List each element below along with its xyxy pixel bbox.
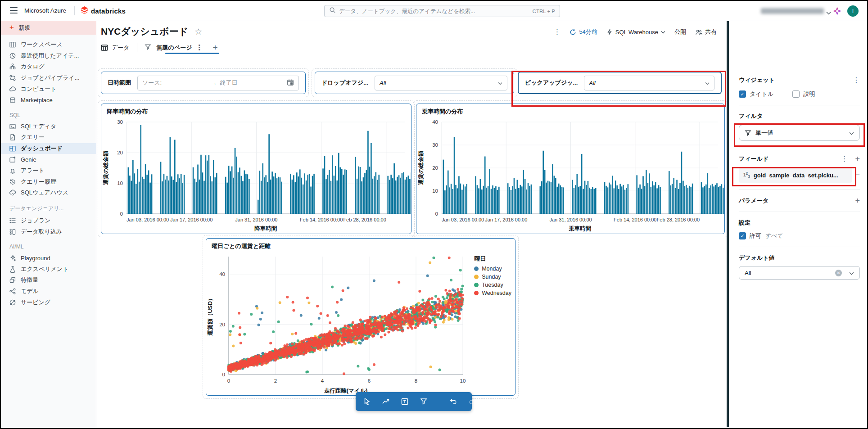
tab-data[interactable]: データ [101,44,130,52]
svg-text:Jan 17, 2016 00:00: Jan 17, 2016 00:00 [170,217,212,222]
hamburger-menu-icon[interactable] [10,7,18,14]
legend-item[interactable]: Monday [474,266,511,272]
tab-untitled-page[interactable]: 無題のページ ⋮ [157,44,203,52]
sidebar-item-workspace[interactable]: ワークスペース [1,39,96,50]
sidebar-item-playground[interactable]: Playground [1,253,96,264]
svg-text:40: 40 [432,119,438,125]
query-history-icon [9,178,16,185]
sidebar-item-label: ワークスペース [21,41,63,49]
svg-text:0: 0 [120,211,123,217]
favorite-star-icon[interactable]: ☆ [194,27,202,37]
search-input[interactable] [339,8,529,14]
chart-card-dropoff-distribution[interactable]: 降車時間の分布 Jan 03, 2016 00:00Jan 17, 2016 0… [101,104,411,234]
chart-card-fare-distance-scatter[interactable]: 曜日ごとの運賃と距離 024681002040運賃額（USD）走行距離(マイル)… [206,238,515,396]
title-checkbox[interactable]: ✓ [739,90,746,98]
people-icon [695,29,702,36]
date-range-input[interactable]: ソース: → 終了日 [137,76,299,90]
title-checkbox-label[interactable]: タイトル [750,90,773,98]
legend-item[interactable]: Sunday [474,274,511,280]
assistant-sparkle-icon[interactable] [833,7,841,17]
dropoff-select[interactable]: All [375,76,507,90]
job-runs-icon [9,217,16,224]
workspace-name-redacted[interactable] [761,8,824,14]
sidebar-item-genie[interactable]: Genie [1,154,96,165]
calendar-icon[interactable] [287,79,294,87]
default-value-select[interactable]: All ✕ [739,266,860,280]
sidebar-item-label: エクスペリメント [21,265,68,273]
chart-title: 乗車時間の分布 [416,104,724,116]
sidebar-section-header: データエンジニアリ... [1,199,96,215]
warehouse-selector[interactable]: SQL Warehouse [606,29,665,36]
pickup-select[interactable]: All [584,76,714,90]
add-page-button[interactable]: + [213,43,218,53]
allow-checkbox[interactable]: ✓ [739,232,746,239]
fields-kebab-icon[interactable]: ⋮ [841,155,848,163]
svg-text:運賃額（USD）: 運賃額（USD） [207,296,213,336]
sidebar-item-label: クエリー履歴 [21,178,56,186]
add-parameter-button[interactable]: + [855,197,860,205]
sidebar-item-sql-editor[interactable]: SQLエディタ [1,121,96,132]
sidebar: + 新規 ワークスペース最近使用したアイテ...カタログジョブとパイプライ...… [1,21,96,427]
svg-text:20: 20 [219,322,225,327]
sidebar-item-models[interactable]: モデル [1,286,96,297]
dashboard-kebab-icon[interactable]: ⋮ [553,28,561,36]
sidebar-item-catalog[interactable]: カタログ [1,61,96,72]
field-item[interactable]: 123 gold_sample_data_set.picku... [739,167,852,183]
sidebar-item-label: データ取り込み [21,228,62,236]
bolt-icon [606,29,613,35]
databricks-logo[interactable]: databricks [80,6,126,16]
sidebar-item-query-history[interactable]: クエリー履歴 [1,176,96,188]
clear-value-icon[interactable]: ✕ [835,270,842,276]
filter-widget-icon[interactable] [420,397,428,406]
sidebar-item-alerts[interactable]: アラート [1,165,96,176]
sidebar-item-compute[interactable]: コンピュート [1,83,96,95]
description-checkbox-label[interactable]: 説明 [803,90,815,98]
line-chart-icon[interactable] [382,397,390,406]
remove-field-button[interactable]: − [855,171,860,180]
user-avatar[interactable]: I [847,5,859,17]
filter-type-select[interactable]: 単一値 [739,125,860,141]
description-checkbox[interactable]: ✓ [792,90,800,98]
share-button[interactable]: 共有 [695,28,717,36]
sidebar-item-label: ジョブとパイプライ... [21,74,80,82]
page-filter-funnel-icon[interactable] [145,44,151,52]
sidebar-item-jobs-pipelines[interactable]: ジョブとパイプライ... [1,72,96,84]
alerts-icon [9,167,16,174]
topbar-divider [74,6,75,15]
jobs-pipelines-icon [9,74,16,81]
chart-card-pickup-distribution[interactable]: 乗車時間の分布 Jan 03, 2016 00:00Jan 17, 2016 0… [416,104,725,234]
pointer-icon[interactable] [363,397,371,406]
undo-icon[interactable] [449,397,457,406]
publish-button[interactable]: 公開 [674,28,686,36]
widget-kebab-icon[interactable]: ⋮ [853,77,860,84]
svg-text:Feb 28, 2016 00:00: Feb 28, 2016 00:00 [343,217,386,222]
sidebar-item-queries[interactable]: クエリー [1,132,96,143]
refresh-button[interactable]: 54分前 [570,28,597,36]
sidebar-item-dashboards[interactable]: ダッシュボード [1,143,96,154]
allow-checkbox-label[interactable]: 許可 [750,232,761,240]
sidebar-item-serving[interactable]: サービング [1,297,96,308]
legend-item[interactable]: Tuesday [474,282,511,288]
add-field-button[interactable]: + [855,155,860,163]
experiments-icon [9,266,16,273]
svg-text:8: 8 [415,378,417,384]
arrow-right-icon: → [211,80,217,86]
sidebar-item-data-ingestion[interactable]: データ取り込み [1,226,96,237]
text-widget-icon[interactable] [401,397,409,406]
workspace-chevron-down-icon[interactable] [826,9,831,17]
sidebar-item-features[interactable]: 特徴量 [1,275,96,286]
sidebar-item-marketplace[interactable]: Marketplace [1,95,96,106]
topbar: Microsoft Azure databricks CTRL + P I [1,1,867,21]
fare-distance-scatter-chart: 024681002040運賃額（USD）走行距離(マイル) [206,252,515,395]
legend-dot-icon [474,291,479,295]
tab-kebab-icon[interactable]: ⋮ [196,44,203,51]
new-button[interactable]: + 新規 [1,21,96,35]
legend-item[interactable]: Wednesday [474,290,511,296]
sidebar-item-sql-warehouse[interactable]: SQLウェアハウス [1,187,96,199]
sidebar-item-job-runs[interactable]: ジョブラン [1,215,96,226]
sidebar-item-experiments[interactable]: エクスペリメント [1,264,96,275]
sidebar-item-recents[interactable]: 最近使用したアイテ... [1,50,96,62]
redo-icon[interactable] [468,397,476,406]
panel-divider[interactable] [727,21,729,427]
global-search[interactable]: CTRL + P [324,5,560,17]
